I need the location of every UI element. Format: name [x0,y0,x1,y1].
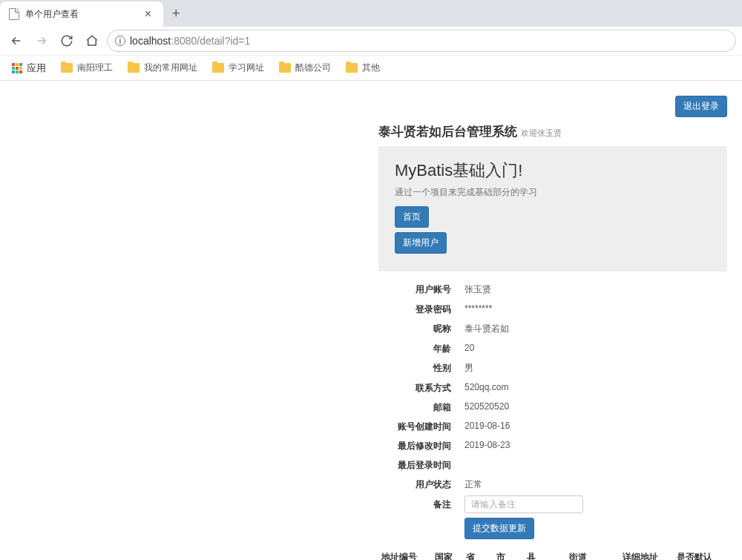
welcome-text: 欢迎张玉贤 [521,128,562,137]
add-user-button[interactable]: 新增用户 [395,232,447,254]
value-status: 正常 [460,475,727,491]
browser-tab[interactable]: 单个用户查看 × [0,1,163,27]
label-login-time: 最后登录时间 [378,456,460,471]
back-button[interactable] [6,30,27,51]
value-create-time: 2019-08-16 [460,418,727,431]
value-email: 520520520 [460,398,727,412]
user-detail-form: 用户账号张玉贤 登录密码******** 昵称泰斗贤若如 年龄20 性别男 联系… [378,280,727,539]
value-gender: 男 [460,359,727,375]
apps-icon [12,63,22,73]
logout-button[interactable]: 退出登录 [675,96,727,117]
jumbotron: MyBatis基础入门! 通过一个项目来完成基础部分的学习 首页 新增用户 [378,146,727,271]
th-country: 国家 [432,547,462,560]
label-account: 用户账号 [378,280,460,295]
value-contact: 520qq.com [460,379,727,392]
value-nickname: 泰斗贤若如 [460,320,727,335]
th-street: 街道 [566,547,620,560]
bookmark-folder-2[interactable]: 学习网址 [206,59,270,77]
label-remark: 备注 [378,495,460,510]
label-modify-time: 最后修改时间 [378,437,460,452]
th-detail: 详细地址 [620,547,673,560]
url-text: localhost:8080/detail?id=1 [130,35,250,47]
label-gender: 性别 [378,359,460,374]
label-email: 邮箱 [378,398,460,413]
close-tab-icon[interactable]: × [142,7,154,21]
tab-title: 单个用户查看 [25,8,136,21]
bookmark-folder-4[interactable]: 其他 [340,59,386,77]
bookmark-folder-3[interactable]: 酷德公司 [273,59,337,77]
th-county: 县 [524,547,566,560]
value-password: ******** [460,300,727,314]
bookmark-folder-1[interactable]: 我的常用网址 [122,59,203,77]
label-status: 用户状态 [378,475,460,490]
th-city: 市 [493,547,524,560]
th-default: 是否默认 [674,547,727,560]
home-link-button[interactable]: 首页 [395,206,429,228]
value-modify-time: 2019-08-23 [460,437,727,450]
folder-icon [128,63,139,73]
label-contact: 联系方式 [378,379,460,394]
folder-icon [212,63,224,73]
reload-button[interactable] [56,30,77,51]
remark-input[interactable] [464,495,583,513]
th-id: 地址编号 [378,547,432,560]
apps-button[interactable]: 应用 [6,59,52,78]
home-button[interactable] [82,30,102,51]
folder-icon [279,63,291,73]
site-info-icon[interactable]: i [115,36,125,46]
address-table: 地址编号 国家 省 市 县 街道 详细地址 是否默认 1 中国 河南 郑州 金水… [378,547,727,560]
folder-icon [346,63,358,73]
label-create-time: 账号创建时间 [378,418,460,432]
value-login-time [460,456,727,459]
system-title: 泰斗贤若如后台管理系统 欢迎张玉贤 [378,123,727,140]
value-account: 张玉贤 [460,280,727,296]
jumbotron-title: MyBatis基础入门! [395,159,711,182]
label-age: 年龄 [378,340,460,355]
jumbotron-subtitle: 通过一个项目来完成基础部分的学习 [395,186,711,199]
new-tab-button[interactable]: + [163,6,189,22]
label-nickname: 昵称 [378,320,460,335]
th-province: 省 [463,547,493,560]
label-password: 登录密码 [378,300,460,315]
forward-button[interactable] [31,30,52,51]
value-age: 20 [460,340,727,353]
bookmark-folder-0[interactable]: 南阳理工 [55,59,119,77]
address-bar[interactable]: i localhost:8080/detail?id=1 [107,30,736,52]
folder-icon [61,63,73,73]
submit-button[interactable]: 提交数据更新 [464,518,534,539]
page-icon [9,8,19,20]
